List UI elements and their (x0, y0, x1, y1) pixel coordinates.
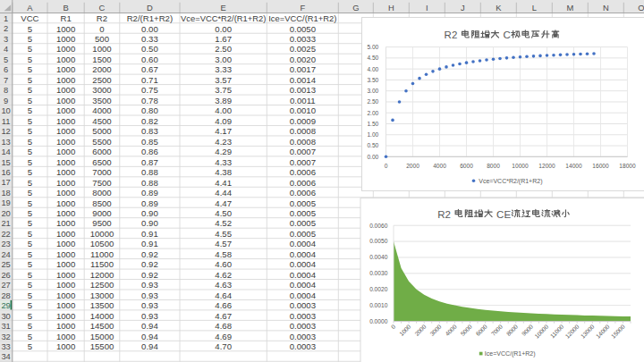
svg-text:4.68: 4.68 (215, 321, 232, 331)
svg-text:0.80: 0.80 (141, 105, 158, 115)
svg-text:3.89: 3.89 (215, 96, 232, 105)
svg-text:7500: 7500 (92, 178, 111, 188)
svg-text:8000: 8000 (487, 163, 500, 169)
svg-text:0.0007: 0.0007 (290, 157, 316, 167)
svg-text:1000: 1000 (56, 311, 75, 321)
svg-text:0.93: 0.93 (141, 311, 158, 321)
svg-text:0: 0 (99, 24, 104, 34)
svg-text:0.0025: 0.0025 (290, 44, 316, 54)
svg-text:B: B (63, 3, 68, 13)
svg-text:1000: 1000 (56, 55, 75, 64)
svg-text:5: 5 (28, 311, 32, 321)
svg-text:5: 5 (28, 85, 32, 95)
svg-text:7: 7 (4, 75, 8, 85)
svg-text:0.91: 0.91 (141, 229, 158, 239)
svg-text:5: 5 (28, 137, 32, 147)
svg-text:1000: 1000 (56, 259, 75, 269)
svg-text:1500: 1500 (92, 55, 111, 64)
svg-text:33: 33 (1, 341, 10, 351)
svg-text:12000: 12000 (538, 163, 555, 169)
svg-text:R2/(R1+R2): R2/(R1+R2) (127, 13, 173, 23)
svg-text:0.0020: 0.0020 (369, 286, 388, 292)
svg-text:5500: 5500 (92, 137, 111, 147)
svg-text:5: 5 (28, 321, 32, 331)
svg-text:0.0004: 0.0004 (290, 239, 317, 248)
svg-text:0.0008: 0.0008 (290, 137, 316, 147)
svg-text:5: 5 (28, 332, 32, 341)
svg-text:1.00: 1.00 (367, 131, 378, 138)
svg-text:0.60: 0.60 (141, 55, 158, 64)
svg-text:CE: CE (496, 209, 511, 220)
svg-text:5: 5 (28, 208, 32, 218)
svg-text:14000: 14000 (565, 163, 582, 169)
svg-text:28: 28 (1, 290, 10, 300)
svg-text:0.0033: 0.0033 (290, 34, 316, 44)
svg-text:4.47: 4.47 (215, 198, 232, 208)
svg-text:4.57: 4.57 (215, 239, 232, 248)
svg-text:0.0005: 0.0005 (290, 218, 316, 228)
svg-text:17: 17 (1, 177, 10, 187)
svg-text:4.69: 4.69 (215, 332, 232, 341)
svg-text:4.66: 4.66 (215, 300, 232, 310)
svg-text:0.00: 0.00 (215, 24, 232, 34)
svg-text:5: 5 (28, 126, 32, 136)
svg-text:0.0003: 0.0003 (290, 332, 316, 341)
svg-text:10000: 10000 (512, 163, 529, 169)
svg-text:4.58: 4.58 (215, 249, 232, 259)
svg-text:5: 5 (28, 249, 32, 259)
svg-text:2: 2 (4, 23, 8, 33)
svg-text:0.00: 0.00 (141, 24, 158, 34)
svg-text:0.94: 0.94 (141, 321, 158, 331)
svg-text:Vce=VCC*R2/(R1+R2): Vce=VCC*R2/(R1+R2) (181, 13, 266, 23)
svg-text:5: 5 (28, 229, 32, 239)
svg-text:5: 5 (28, 300, 32, 310)
svg-text:11: 11 (2, 116, 11, 126)
svg-text:23: 23 (1, 239, 10, 248)
svg-text:5: 5 (28, 64, 32, 74)
svg-text:8000: 8000 (92, 188, 111, 198)
svg-text:0.67: 0.67 (141, 64, 158, 74)
svg-text:4.62: 4.62 (215, 270, 232, 280)
svg-text:4.09: 4.09 (215, 116, 232, 126)
svg-text:R2: R2 (437, 209, 451, 220)
svg-text:0.85: 0.85 (141, 137, 158, 147)
svg-text:C: C (99, 3, 106, 13)
svg-text:VCC: VCC (21, 13, 38, 23)
svg-text:4000: 4000 (92, 105, 111, 115)
svg-text:3.75: 3.75 (215, 85, 232, 95)
svg-text:0.0017: 0.0017 (290, 64, 316, 74)
svg-text:1000: 1000 (56, 270, 75, 280)
svg-text:6500: 6500 (92, 157, 111, 167)
svg-text:0.0004: 0.0004 (290, 270, 317, 280)
svg-text:13000: 13000 (90, 290, 114, 300)
svg-text:4.23: 4.23 (215, 137, 232, 147)
svg-text:0.0003: 0.0003 (290, 311, 316, 321)
svg-text:R2: R2 (97, 13, 107, 23)
svg-text:20: 20 (1, 208, 10, 218)
svg-text:4.64: 4.64 (215, 290, 232, 300)
svg-text:D: D (147, 3, 153, 13)
svg-text:32: 32 (1, 332, 10, 341)
svg-text:16000: 16000 (592, 163, 609, 169)
svg-text:4500: 4500 (92, 116, 111, 126)
svg-text:5: 5 (28, 55, 32, 64)
svg-text:0.0006: 0.0006 (290, 188, 316, 198)
svg-text:4.33: 4.33 (215, 157, 232, 167)
svg-text:31: 31 (1, 321, 10, 331)
svg-text:3.57: 3.57 (215, 75, 232, 85)
svg-text:5: 5 (28, 96, 32, 105)
svg-text:C: C (504, 29, 511, 40)
svg-text:4.55: 4.55 (215, 229, 232, 239)
svg-text:1.67: 1.67 (215, 34, 232, 44)
svg-text:4.50: 4.50 (215, 208, 232, 218)
svg-text:15: 15 (1, 157, 10, 167)
svg-text:0.0006: 0.0006 (290, 167, 316, 177)
svg-text:3.00: 3.00 (215, 55, 232, 64)
svg-text:2000: 2000 (92, 64, 111, 74)
svg-text:4.50: 4.50 (367, 55, 378, 61)
svg-text:1000: 1000 (92, 44, 111, 54)
svg-text:500: 500 (95, 34, 109, 44)
svg-text:L: L (532, 3, 537, 13)
svg-text:0.93: 0.93 (141, 300, 158, 310)
svg-text:0.88: 0.88 (141, 167, 158, 177)
